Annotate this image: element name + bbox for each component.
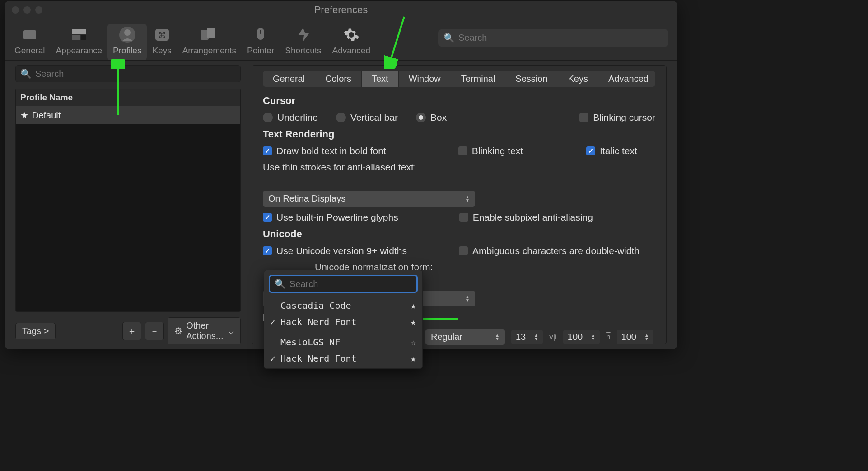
arrangements-icon bbox=[200, 27, 219, 43]
add-profile-button[interactable]: ＋ bbox=[122, 322, 141, 340]
vspacing-icon: n bbox=[606, 333, 610, 342]
star-icon[interactable]: ★ bbox=[411, 353, 416, 364]
cursor-underline-radio[interactable]: Underline bbox=[263, 112, 318, 123]
shortcuts-icon bbox=[294, 27, 313, 43]
profile-search[interactable]: 🔍 bbox=[15, 65, 241, 82]
star-icon[interactable]: ★ bbox=[411, 316, 416, 327]
profile-table: Profile Name ★ Default bbox=[15, 89, 241, 312]
vspacing-field[interactable]: 100 ▲▼ bbox=[617, 330, 653, 344]
profile-tabs: General Colors Text Window Terminal Sess… bbox=[263, 71, 655, 87]
toolbar-profiles[interactable]: Profiles bbox=[107, 24, 147, 60]
gear-icon: ⚙ bbox=[174, 325, 182, 336]
tab-keys[interactable]: Keys bbox=[558, 71, 598, 87]
svg-rect-3 bbox=[81, 35, 86, 40]
zoom-icon[interactable] bbox=[35, 6, 42, 14]
toolbar-search-input[interactable] bbox=[458, 33, 663, 43]
toolbar-arrangements[interactable]: Arrangements bbox=[177, 24, 242, 60]
tab-terminal[interactable]: Terminal bbox=[451, 71, 506, 87]
profile-row-default[interactable]: ★ Default bbox=[16, 106, 240, 124]
search-icon: 🔍 bbox=[275, 278, 286, 289]
font-size-field[interactable]: 13 ▲▼ bbox=[511, 330, 543, 344]
stepper-icon: ▲▼ bbox=[591, 334, 595, 341]
toolbar-keys[interactable]: ⌘ Keys bbox=[147, 24, 177, 60]
cursor-vertical-radio[interactable]: Vertical bar bbox=[336, 112, 398, 123]
cursor-heading: Cursor bbox=[263, 95, 655, 107]
svg-point-5 bbox=[124, 29, 131, 36]
svg-rect-2 bbox=[72, 35, 80, 40]
text-rendering-heading: Text Rendering bbox=[263, 128, 655, 140]
plus-icon: ＋ bbox=[127, 325, 136, 337]
tab-text[interactable]: Text bbox=[362, 71, 399, 87]
preferences-window: Preferences General Appearance Profiles … bbox=[5, 1, 677, 349]
profile-search-input[interactable] bbox=[35, 69, 236, 79]
pointer-icon bbox=[251, 27, 270, 43]
italic-text-check[interactable]: Italic text bbox=[586, 146, 637, 156]
tab-colors[interactable]: Colors bbox=[315, 71, 362, 87]
unicode-v9-check[interactable]: Use Unicode version 9+ widths bbox=[263, 245, 407, 256]
svg-line-13 bbox=[389, 17, 404, 64]
powerline-check[interactable]: Use built-in Powerline glyphs bbox=[263, 212, 398, 223]
general-icon bbox=[20, 27, 39, 43]
dropdown-separator bbox=[264, 332, 422, 332]
keys-icon: ⌘ bbox=[153, 27, 172, 43]
svg-rect-9 bbox=[207, 28, 215, 38]
svg-text:⌘: ⌘ bbox=[158, 31, 166, 40]
remove-profile-button[interactable]: － bbox=[145, 322, 164, 340]
toolbar-general[interactable]: General bbox=[9, 24, 51, 60]
toolbar-advanced[interactable]: Advanced bbox=[327, 24, 376, 60]
toolbar-pointer[interactable]: Pointer bbox=[242, 24, 280, 60]
profile-table-header[interactable]: Profile Name bbox=[16, 89, 240, 106]
thin-strokes-select[interactable]: On Retina Displays ▲▼ bbox=[263, 191, 475, 207]
tab-window[interactable]: Window bbox=[399, 71, 451, 87]
profiles-icon bbox=[118, 27, 137, 43]
stepper-icon: ▲▼ bbox=[644, 334, 649, 341]
annotation-arrow-profiles bbox=[111, 59, 125, 118]
svg-rect-1 bbox=[72, 29, 86, 34]
tags-button[interactable]: Tags > bbox=[15, 323, 56, 339]
svg-rect-11 bbox=[260, 30, 261, 34]
appearance-icon bbox=[70, 27, 89, 43]
stepper-icon: ▲▼ bbox=[534, 334, 538, 341]
search-icon: 🔍 bbox=[20, 68, 32, 79]
chevron-down-icon: ⌵ bbox=[229, 325, 234, 336]
toolbar-shortcuts[interactable]: Shortcuts bbox=[280, 24, 327, 60]
svg-rect-0 bbox=[23, 30, 36, 39]
subpixel-check[interactable]: Enable subpixel anti-aliasing bbox=[459, 212, 593, 223]
tab-general[interactable]: General bbox=[263, 71, 315, 87]
cursor-box-radio[interactable]: Box bbox=[416, 112, 447, 123]
font-item-hack-b[interactable]: ✓Hack Nerd Font ★ bbox=[264, 350, 422, 367]
unicode-heading: Unicode bbox=[263, 228, 655, 240]
star-icon: ★ bbox=[20, 110, 28, 121]
minus-icon: － bbox=[150, 325, 159, 337]
hspacing-field[interactable]: 100 ▲▼ bbox=[563, 330, 600, 344]
toolbar-appearance[interactable]: Appearance bbox=[51, 24, 107, 60]
stepper-icon: ▲▼ bbox=[465, 195, 470, 203]
profile-name: Default bbox=[32, 110, 61, 121]
minimize-icon[interactable] bbox=[23, 6, 31, 14]
bold-text-check[interactable]: Draw bold text in bold font bbox=[263, 146, 386, 156]
tab-session[interactable]: Session bbox=[505, 71, 558, 87]
toolbar-search[interactable]: 🔍 bbox=[438, 29, 668, 47]
font-weight-select[interactable]: Regular ▲▼ bbox=[425, 329, 505, 345]
ambiguous-check[interactable]: Ambiguous characters are double-width bbox=[459, 245, 639, 256]
blinking-text-check[interactable]: Blinking text bbox=[458, 146, 523, 156]
blinking-cursor-check[interactable]: Blinking cursor bbox=[579, 112, 655, 123]
font-picker-dropdown: 🔍 Cascadia Code ★ ✓Hack Nerd Font ★ Mesl… bbox=[264, 270, 423, 369]
hspacing-icon: v|i bbox=[549, 333, 557, 342]
font-item-meslo[interactable]: MesloLGS NF ☆ bbox=[264, 334, 422, 350]
toolbar: General Appearance Profiles ⌘ Keys Arran… bbox=[5, 19, 677, 61]
font-search[interactable]: 🔍 bbox=[269, 275, 418, 293]
close-icon[interactable] bbox=[12, 6, 19, 14]
search-icon: 🔍 bbox=[443, 33, 455, 43]
font-item-cascadia[interactable]: Cascadia Code ★ bbox=[264, 297, 422, 314]
window-title: Preferences bbox=[314, 4, 368, 16]
font-search-input[interactable] bbox=[289, 279, 412, 289]
star-icon[interactable]: ★ bbox=[411, 300, 416, 311]
star-outline-icon[interactable]: ☆ bbox=[411, 337, 416, 348]
annotation-arrow-text-tab bbox=[384, 14, 411, 69]
font-item-hack[interactable]: ✓Hack Nerd Font ★ bbox=[264, 314, 422, 330]
thin-strokes-label: Use thin strokes for anti-aliased text: bbox=[263, 162, 416, 173]
tab-advanced[interactable]: Advanced bbox=[598, 71, 655, 87]
other-actions-button[interactable]: ⚙Other Actions... ⌵ bbox=[168, 317, 241, 344]
stepper-icon: ▲▼ bbox=[495, 334, 499, 341]
